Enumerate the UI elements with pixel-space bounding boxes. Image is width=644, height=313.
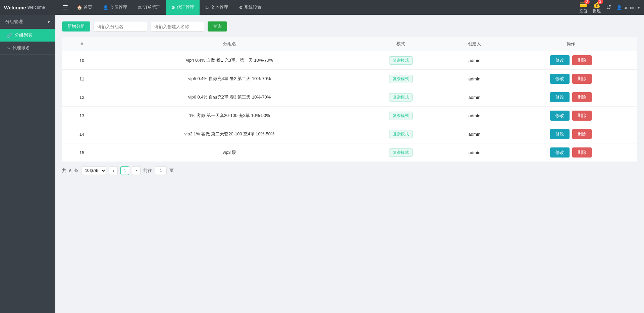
cell-creator: admin [444,88,504,107]
prev-page-button[interactable]: ‹ [109,166,118,175]
mode-badge: 复杂模式 [389,148,413,157]
nav-item-home[interactable]: 🏠 首页 [71,0,98,15]
sidebar-item-proxy-domain[interactable]: ∞ 代理域名 [0,42,55,54]
delete-button[interactable]: 删除 [572,74,592,84]
cell-actions: 修改 删除 [504,143,637,162]
cell-creator: admin [444,143,504,162]
cell-creator: admin [444,107,504,125]
add-group-button[interactable]: 新增分组 [62,21,90,32]
cell-creator: admin [444,51,504,70]
cell-mode: 复杂模式 [358,143,444,162]
nav-menu: 🏠 首页 👤 会员管理 ⚖ 订单管理 ⚙ 代理管理 🗂 文本管理 ⚙ 系统设置 [71,0,579,15]
mode-badge: 复杂模式 [389,93,413,102]
pagination: 共 6 条 10条/页 20条/页 50条/页 ‹ 1 › 前往 页 [62,166,637,175]
brand: Welcome Welcome [4,5,59,10]
group-name-input[interactable] [94,22,147,32]
brand-title: Welcome [4,5,26,10]
cell-id: 14 [62,125,102,143]
text-icon: 🗂 [205,5,209,10]
cell-actions: 修改 删除 [504,88,637,107]
orders-icon: ⚖ [138,5,142,10]
cell-mode: 复杂模式 [358,70,444,88]
toolbar: 新增分组 查询 [62,21,637,32]
withdraw-icon: 💰 2 [593,1,600,8]
cell-creator: admin [444,70,504,88]
sidebar-group-header[interactable]: 分组管理 ▾ [0,15,55,29]
nav-item-agents[interactable]: ⚙ 代理管理 [166,0,200,15]
col-id: # [62,37,102,51]
next-page-button[interactable]: › [132,166,141,175]
table-row: 14 vip2 1% 客做 第二天套20-100 充4單 10%-50% 复杂模… [62,125,637,143]
sidebar-item-group-list-label: 分组列表 [15,32,32,38]
cell-actions: 修改 删除 [504,107,637,125]
cell-creator: admin [444,125,504,143]
total-label: 共 [62,168,66,174]
settings-icon: ⚙ [239,5,243,10]
home-icon: 🏠 [77,5,82,10]
table-row: 10 vip4 0.4% 自做 餐1 充3單、第一天 10%-70% 复杂模式 … [62,51,637,70]
user-menu[interactable]: 👤 admin ▾ [616,5,640,10]
mode-badge: 复杂模式 [389,56,413,65]
edit-button[interactable]: 修改 [550,74,570,84]
recharge-label: 充值 [579,8,587,14]
delete-button[interactable]: 删除 [572,92,592,102]
group-table: # 分组名 模式 创建人 操作 10 vip4 0.4% 自做 餐1 充3單、第… [62,37,637,162]
sidebar-item-group-list[interactable]: 🔗 分组列表 [0,29,55,42]
edit-button[interactable]: 修改 [550,55,570,65]
delete-button[interactable]: 删除 [572,111,592,121]
cell-name: vip3 殴 [102,143,358,162]
user-label: admin [624,5,636,10]
cell-name: 1% 客做 第一天套20-100 充2單 10%-50% [102,107,358,125]
delete-button[interactable]: 删除 [572,129,592,139]
nav-item-settings[interactable]: ⚙ 系统设置 [233,0,267,15]
cell-mode: 复杂模式 [358,51,444,70]
sidebar-group-management: 分组管理 ▾ 🔗 分组列表 ∞ 代理域名 [0,15,55,55]
col-actions: 操作 [504,37,637,51]
table-row: 15 vip3 殴 复杂模式 admin 修改 删除 [62,143,637,162]
cell-actions: 修改 删除 [504,125,637,143]
table-header-row: # 分组名 模式 创建人 操作 [62,37,637,51]
nav-item-orders[interactable]: ⚖ 订单管理 [132,0,166,15]
group-table-container: # 分组名 模式 创建人 操作 10 vip4 0.4% 自做 餐1 充3單、第… [62,37,637,162]
page-unit: 页 [169,168,174,174]
page-size-select[interactable]: 10条/页 20条/页 50条/页 [81,166,106,175]
agents-icon: ⚙ [171,5,175,10]
cell-id: 12 [62,88,102,107]
sidebar-group-label: 分组管理 [5,19,23,25]
edit-button[interactable]: 修改 [550,111,570,121]
col-creator: 创建人 [444,37,504,51]
chevron-icon: ▾ [48,19,50,24]
total-unit: 条 [74,168,78,174]
cell-actions: 修改 删除 [504,70,637,88]
nav-item-agents-label: 代理管理 [177,4,194,10]
edit-button[interactable]: 修改 [550,92,570,102]
link-icon: 🔗 [7,33,12,38]
cell-id: 10 [62,51,102,70]
search-button[interactable]: 查询 [208,21,227,32]
nav-item-text[interactable]: 🗂 文本管理 [200,0,233,15]
recharge-button[interactable]: 💳 3 充值 [579,1,587,14]
members-icon: 👤 [103,5,108,10]
chevron-down-icon: ▾ [638,5,640,10]
cell-id: 11 [62,70,102,88]
cell-mode: 复杂模式 [358,107,444,125]
edit-button[interactable]: 修改 [550,147,570,158]
cell-id: 15 [62,143,102,162]
refresh-button[interactable]: ↺ [606,4,611,11]
user-icon: 👤 [616,5,622,10]
edit-button[interactable]: 修改 [550,129,570,139]
withdraw-badge: 2 [598,0,603,4]
delete-button[interactable]: 删除 [572,147,592,158]
delete-button[interactable]: 删除 [572,55,592,65]
creator-input[interactable] [151,22,204,32]
page-jump-input[interactable] [155,166,167,175]
withdraw-label: 提现 [593,8,601,14]
nav-toggle-button[interactable]: ☰ [63,4,68,11]
goto-label: 前往 [143,168,152,174]
nav-item-settings-label: 系统设置 [244,4,262,10]
table-row: 12 vip6 0.4% 自做充2單 餐3 第三天 10%-70% 复杂模式 a… [62,88,637,107]
table-row: 13 1% 客做 第一天套20-100 充2單 10%-50% 复杂模式 adm… [62,107,637,125]
withdraw-button[interactable]: 💰 2 提现 [593,1,601,14]
nav-item-members[interactable]: 👤 会员管理 [98,0,132,15]
infinity-icon: ∞ [7,46,10,51]
